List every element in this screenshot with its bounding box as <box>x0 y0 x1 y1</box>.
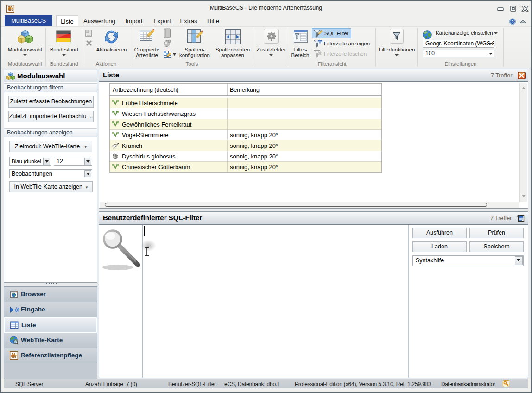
svg-text:?: ? <box>511 19 514 24</box>
